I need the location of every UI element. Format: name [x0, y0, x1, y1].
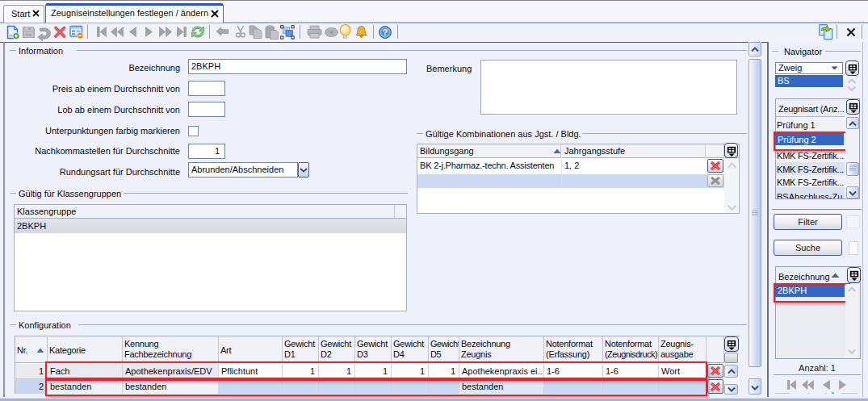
- svg-text:?: ?: [383, 27, 388, 37]
